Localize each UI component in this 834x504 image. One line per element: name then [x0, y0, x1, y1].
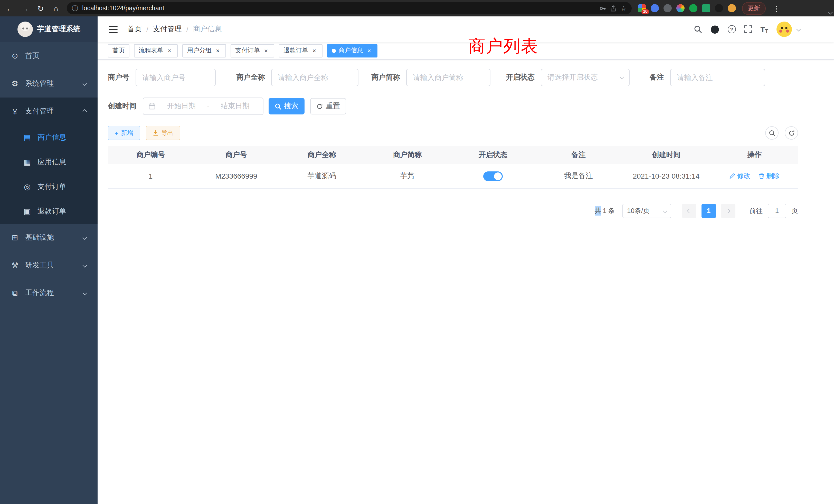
status-select[interactable]: 请选择开启状态 [541, 69, 630, 86]
trash-icon [759, 173, 765, 179]
short-name-input[interactable] [406, 69, 490, 86]
create-time-range-picker[interactable]: 开始日期 - 结束日期 [143, 97, 263, 115]
breadcrumb-item[interactable]: 支付管理 [153, 25, 182, 34]
goto-label: 前往 [749, 206, 763, 215]
bookmark-star-icon[interactable]: ☆ [621, 4, 627, 12]
tab-pay-order[interactable]: 支付订单 × [231, 44, 274, 57]
remark-input[interactable] [670, 69, 765, 86]
browser-update-button[interactable]: 更新 [742, 2, 766, 15]
active-tab-dot [332, 48, 336, 53]
sidebar-item-payment[interactable]: ¥ 支付管理 [0, 97, 97, 125]
share-icon[interactable] [610, 5, 616, 12]
app-logo-bar[interactable]: 芋道管理系统 [0, 17, 97, 42]
toggle-search-button[interactable] [765, 126, 778, 140]
extension-avatar-icon[interactable] [728, 4, 736, 12]
edit-link[interactable]: 修改 [729, 171, 750, 181]
total-number: 1 [603, 207, 607, 214]
tab-user-group[interactable]: 用户分组 × [182, 44, 226, 57]
sidebar-item-label: 应用信息 [38, 158, 87, 167]
profile-caret-icon[interactable] [828, 10, 833, 15]
site-info-icon[interactable]: ⓘ [72, 4, 78, 13]
page-size-select[interactable]: 10条/页 [622, 204, 671, 218]
extension-gray-icon[interactable] [663, 4, 672, 12]
sidebar-item-refund-order[interactable]: ▣ 退款订单 [0, 199, 97, 224]
cell-actions: 修改 删除 [711, 164, 798, 188]
filter-row-1: 商户号 商户全称 商户简称 开启状态 请选择开启状态 [108, 69, 798, 86]
tab-refund-order[interactable]: 退款订单 × [279, 44, 323, 57]
gear-icon: ⚙ [10, 79, 20, 88]
sidebar-item-app-info[interactable]: ▦ 应用信息 [0, 150, 97, 175]
sidebar-item-merchant-info[interactable]: ▤ 商户信息 [0, 125, 97, 150]
sidebar-item-workflow[interactable]: ⧉ 工作流程 [0, 279, 97, 307]
sidebar-item-label: 系统管理 [25, 79, 78, 88]
sidebar-toggle-icon[interactable] [109, 26, 117, 32]
prev-page-button[interactable] [682, 204, 696, 218]
chevron-down-icon [83, 235, 87, 240]
breadcrumb-item-current: 商户信息 [193, 25, 222, 34]
tab-close-icon[interactable]: × [166, 47, 173, 54]
password-key-icon[interactable] [599, 5, 606, 12]
infrastructure-icon: ⊞ [10, 233, 20, 242]
page-1-button[interactable]: 1 [702, 204, 716, 218]
tab-process-form[interactable]: 流程表单 × [134, 44, 178, 57]
edit-label: 修改 [737, 171, 750, 181]
sidebar-item-pay-order[interactable]: ◎ 支付订单 [0, 175, 97, 199]
chevron-left-icon [687, 209, 692, 213]
help-icon[interactable]: ? [727, 25, 736, 33]
sidebar-item-label: 商户信息 [38, 133, 87, 142]
extension-green-square-icon[interactable] [702, 4, 710, 12]
merchant-no-input[interactable] [136, 69, 216, 86]
filter-row-2: 创建时间 开始日期 - 结束日期 搜索 重置 [108, 97, 798, 115]
status-select-placeholder: 请选择开启状态 [547, 73, 598, 82]
tab-merchant-info[interactable]: 商户信息 × [327, 44, 377, 57]
extension-green-circle-icon[interactable] [689, 4, 697, 12]
sidebar-item-system[interactable]: ⚙ 系统管理 [0, 70, 97, 97]
next-page-button[interactable] [721, 204, 736, 218]
refresh-table-button[interactable] [785, 126, 798, 140]
delete-link[interactable]: 删除 [759, 171, 780, 181]
extension-blue-icon[interactable] [651, 4, 659, 12]
search-button[interactable]: 搜索 [269, 98, 305, 114]
sidebar-item-label: 工作流程 [25, 289, 78, 298]
chevron-down-icon [663, 209, 667, 213]
add-button-label: 新增 [121, 129, 133, 137]
screenshot-root: ← → ↻ ⌂ ⓘ localhost:1024/pay/merchant ☆ … [0, 0, 834, 504]
export-button[interactable]: 导出 [146, 126, 180, 140]
tab-close-icon[interactable]: × [311, 47, 318, 54]
sidebar-item-infrastructure[interactable]: ⊞ 基础设施 [0, 224, 97, 251]
tab-label: 用户分组 [187, 46, 212, 55]
tab-close-icon[interactable]: × [262, 47, 270, 54]
breadcrumb-item[interactable]: 首页 [127, 25, 142, 34]
home-icon[interactable]: ⌂ [51, 4, 61, 12]
url-text[interactable]: localhost:1024/pay/merchant [82, 5, 595, 12]
forward-icon[interactable]: → [21, 4, 30, 12]
yen-icon: ¥ [10, 107, 20, 116]
chevron-up-icon [83, 109, 87, 114]
fullscreen-icon[interactable] [744, 25, 752, 33]
tab-home[interactable]: 首页 [108, 44, 129, 57]
table-header-row: 商户编号 商户号 商户全称 商户简称 开启状态 备注 创建时间 操作 [108, 146, 798, 164]
sidebar-item-home[interactable]: ⊙ 首页 [0, 42, 97, 70]
merchant-no-label: 商户号 [108, 73, 129, 82]
extension-multicolor-icon[interactable] [676, 4, 684, 12]
full-name-input[interactable] [271, 69, 358, 86]
github-icon[interactable] [710, 25, 719, 34]
tab-close-icon[interactable]: × [214, 47, 221, 54]
app-grid-icon: ▦ [23, 158, 32, 167]
reload-icon[interactable]: ↻ [36, 4, 45, 12]
reset-button[interactable]: 重置 [310, 98, 346, 114]
back-icon[interactable]: ← [5, 4, 14, 12]
add-button[interactable]: + 新增 [108, 126, 140, 140]
avatar-caret-icon[interactable] [796, 27, 801, 31]
status-toggle[interactable] [483, 171, 503, 181]
extension-black-icon[interactable] [715, 4, 723, 12]
font-size-icon[interactable]: TT [760, 25, 768, 33]
sidebar-item-dev-tools[interactable]: ⚒ 研发工具 [0, 251, 97, 279]
extension-grid-icon[interactable]: 10 [638, 4, 646, 12]
goto-page-input[interactable] [768, 204, 786, 218]
address-bar[interactable]: ⓘ localhost:1024/pay/merchant ☆ [67, 2, 632, 14]
search-icon[interactable] [694, 25, 702, 33]
tab-close-icon[interactable]: × [366, 47, 373, 54]
user-avatar[interactable] [776, 22, 792, 37]
browser-menu-icon[interactable]: ⋮ [772, 4, 781, 12]
